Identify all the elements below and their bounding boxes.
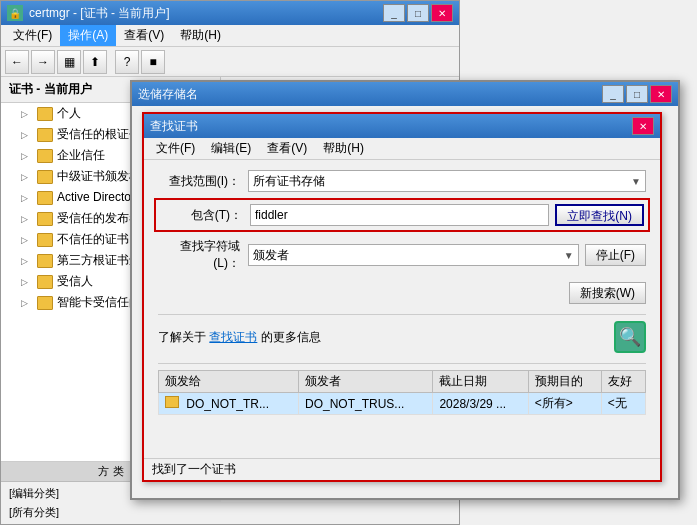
info-icon: 🔍 (614, 321, 646, 353)
search-field-row: 查找字符域(L)： 颁发者 ▼ 停止(F) (158, 238, 646, 272)
cell-purpose: <所有> (528, 393, 601, 415)
find-menu-help[interactable]: 帮助(H) (315, 138, 372, 159)
cell-issued-to: DO_NOT_TR... (159, 393, 299, 415)
store-dialog: 选储存储名 _ □ ✕ 查找证书 ✕ 文件(F) 编辑(E) 查看(V) 帮助(… (130, 80, 680, 500)
cell-issuer: DO_NOT_TRUS... (298, 393, 432, 415)
menu-file[interactable]: 文件(F) (5, 25, 60, 46)
folder-icon (37, 212, 53, 226)
certmgr-title-bar: 🔒 certmgr - [证书 - 当前用户] _ □ ✕ (1, 1, 459, 25)
find-cert-title: 查找证书 (150, 118, 632, 135)
certmgr-menu-bar: 文件(F) 操作(A) 查看(V) 帮助(H) (1, 25, 459, 47)
tree-arrow: ▷ (21, 172, 33, 182)
contains-label: 包含(T)： (160, 207, 250, 224)
find-menu-file[interactable]: 文件(F) (148, 138, 203, 159)
tree-arrow: ▷ (21, 277, 33, 287)
find-cert-status-bar: 找到了一个证书 (144, 458, 660, 480)
store-dialog-controls: _ □ ✕ (602, 85, 672, 103)
scope-value: 所有证书存储 (253, 173, 325, 190)
forward-button[interactable]: → (31, 50, 55, 74)
folder-icon (37, 191, 53, 205)
results-table: 颁发给 颁发者 截止日期 预期目的 友好 DO_NOT_TR... DO_NOT… (158, 370, 646, 415)
certmgr-title: certmgr - [证书 - 当前用户] (29, 5, 383, 22)
tree-item-label: 个人 (57, 105, 81, 122)
category-all[interactable]: [所有分类] (5, 503, 217, 522)
scope-row: 查找范围(I)： 所有证书存储 ▼ (158, 170, 646, 192)
col-issuer: 颁发者 (298, 371, 432, 393)
store-dialog-title: 选储存储名 (138, 86, 602, 103)
find-cert-close-button[interactable]: ✕ (632, 117, 654, 135)
col-issued-to: 颁发给 (159, 371, 299, 393)
find-cert-dialog: 查找证书 ✕ 文件(F) 编辑(E) 查看(V) 帮助(H) 查找范围(I)： … (142, 112, 662, 482)
certmgr-toolbar: ← → ▦ ⬆ ? ■ (1, 47, 459, 77)
status-text: 找到了一个证书 (152, 461, 236, 478)
folder-icon (37, 149, 53, 163)
cell-friendly: <无 (601, 393, 645, 415)
search-field-wrap: 颁发者 ▼ 停止(F) (248, 244, 646, 266)
help-button[interactable]: ? (115, 50, 139, 74)
menu-action[interactable]: 操作(A) (60, 25, 116, 46)
tree-item-label: 企业信任 (57, 147, 105, 164)
table-row[interactable]: DO_NOT_TR... DO_NOT_TRUS... 2028/3/29 ..… (159, 393, 646, 415)
menu-help[interactable]: 帮助(H) (172, 25, 229, 46)
tree-arrow: ▷ (21, 130, 33, 140)
contains-row: 包含(T)： fiddler 立即查找(N) (154, 198, 650, 232)
new-search-row: 新搜索(W) (158, 282, 646, 304)
info-prefix: 了解关于 (158, 330, 206, 344)
folder-icon (37, 296, 53, 310)
divider2 (158, 363, 646, 364)
tree-arrow: ▷ (21, 109, 33, 119)
store-minimize-button[interactable]: _ (602, 85, 624, 103)
contains-control-wrap: fiddler 立即查找(N) (250, 204, 644, 226)
store-maximize-button[interactable]: □ (626, 85, 648, 103)
tree-item-label: 受信人 (57, 273, 93, 290)
search-field-label: 查找字符域(L)： (158, 238, 248, 272)
menu-view[interactable]: 查看(V) (116, 25, 172, 46)
scope-label: 查找范围(I)： (158, 173, 248, 190)
folder-icon (37, 275, 53, 289)
find-cert-form: 查找范围(I)： 所有证书存储 ▼ 包含(T)： fiddler 立即查找(N) (144, 160, 660, 425)
new-search-button[interactable]: 新搜索(W) (569, 282, 646, 304)
folder-icon (37, 254, 53, 268)
view-button[interactable]: ▦ (57, 50, 81, 74)
minimize-button[interactable]: _ (383, 4, 405, 22)
divider (158, 314, 646, 315)
store-dialog-title-bar: 选储存储名 _ □ ✕ (132, 82, 678, 106)
search-field-combo-arrow: ▼ (564, 250, 574, 261)
close-button[interactable]: ✕ (431, 4, 453, 22)
stop-button[interactable]: 停止(F) (585, 244, 646, 266)
tree-item-label: 不信任的证书 (57, 231, 129, 248)
info-text: 了解关于 查找证书 的更多信息 (158, 329, 321, 346)
search-field-value: 颁发者 (253, 247, 289, 264)
folder-icon (37, 107, 53, 121)
search-now-button[interactable]: 立即查找(N) (555, 204, 644, 226)
certmgr-window-controls: _ □ ✕ (383, 4, 453, 22)
certmgr-icon: 🔒 (7, 5, 23, 21)
cert-icon (165, 396, 179, 408)
scope-combo-arrow: ▼ (631, 176, 641, 187)
search-field-combo[interactable]: 颁发者 ▼ (248, 244, 579, 266)
tree-arrow: ▷ (21, 193, 33, 203)
cell-expiry: 2028/3/29 ... (433, 393, 528, 415)
folder-icon (37, 170, 53, 184)
col-expiry: 截止日期 (433, 371, 528, 393)
contains-input[interactable]: fiddler (250, 204, 549, 226)
info-suffix: 的更多信息 (261, 330, 321, 344)
back-button[interactable]: ← (5, 50, 29, 74)
col-purpose: 预期目的 (528, 371, 601, 393)
export-button[interactable]: ⬆ (83, 50, 107, 74)
properties-button[interactable]: ■ (141, 50, 165, 74)
scope-combo[interactable]: 所有证书存储 ▼ (248, 170, 646, 192)
tree-arrow: ▷ (21, 235, 33, 245)
info-row: 了解关于 查找证书 的更多信息 🔍 (158, 321, 646, 353)
store-close-button[interactable]: ✕ (650, 85, 672, 103)
find-cert-menu-bar: 文件(F) 编辑(E) 查看(V) 帮助(H) (144, 138, 660, 160)
tree-arrow: ▷ (21, 256, 33, 266)
find-cert-title-bar: 查找证书 ✕ (144, 114, 660, 138)
tree-arrow: ▷ (21, 151, 33, 161)
maximize-button[interactable]: □ (407, 4, 429, 22)
tree-item-label: 受信任的发布者 (57, 210, 141, 227)
find-menu-edit[interactable]: 编辑(E) (203, 138, 259, 159)
info-link[interactable]: 查找证书 (209, 330, 257, 344)
folder-icon (37, 128, 53, 142)
find-menu-view[interactable]: 查看(V) (259, 138, 315, 159)
